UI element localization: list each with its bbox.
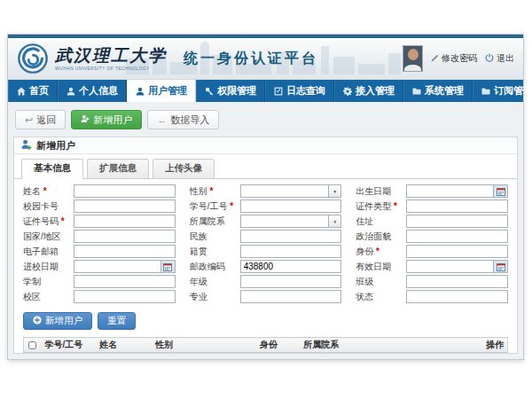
add-user-button[interactable]: 新增用户 [71, 110, 142, 129]
university-logo-icon [17, 43, 49, 74]
toolbar: ↩ 返回 新增用户 ← 数据导入 [13, 108, 518, 129]
calendar-icon[interactable] [493, 185, 507, 197]
nav-label: 接入管理 [356, 84, 395, 98]
import-arrow-icon: ← [157, 115, 167, 125]
logout-link[interactable]: 退出 [485, 52, 514, 65]
political-status-input[interactable] [406, 230, 508, 243]
platform-title: 统一身份认证平台 [184, 50, 318, 68]
ethnicity-input[interactable] [240, 230, 342, 243]
brand: 武汉理工大学 WUHAN UNIVERSITY OF TECHNOLOGY 统一… [17, 43, 318, 74]
person-plus-icon [21, 139, 32, 152]
nav-log-query[interactable]: 日志查询 [265, 80, 334, 102]
nav-personal-info[interactable]: 个人信息 [58, 80, 127, 102]
chevron-down-icon[interactable]: ▼ [328, 185, 340, 197]
class-field: 班级 [356, 274, 508, 289]
field-label: 状态 [356, 291, 406, 303]
calendar-icon[interactable] [493, 261, 507, 272]
submit-add-user-button[interactable]: 新增用户 [23, 312, 92, 330]
nav-system-management[interactable]: 系统管理 [403, 80, 473, 102]
form-actions: 新增用户 重置 [14, 307, 517, 333]
identity-input[interactable] [406, 245, 508, 258]
chevron-down-icon[interactable]: ▼ [328, 215, 340, 227]
gender-select[interactable]: ▼ [240, 184, 342, 198]
data-import-button[interactable]: ← 数据导入 [147, 110, 219, 129]
content-area: ↩ 返回 新增用户 ← 数据导入 新增用户 基本信息 扩展信息 上传头像 [8, 102, 523, 359]
add-user-panel: 新增用户 基本信息 扩展信息 上传头像 姓名 性别 ▼ 出生日期 [13, 137, 518, 354]
field-label: 学号/工号 [190, 200, 240, 213]
select-all-checkbox[interactable] [28, 341, 36, 349]
app-window: 武汉理工大学 WUHAN UNIVERSITY OF TECHNOLOGY 统一… [7, 34, 524, 360]
status-field: 状态 [356, 289, 508, 304]
back-button[interactable]: ↩ 返回 [15, 110, 66, 129]
grade-field: 年级 [190, 274, 342, 289]
page-header: 武汉理工大学 WUHAN UNIVERSITY OF TECHNOLOGY 统一… [8, 38, 523, 80]
tab-extended-info[interactable]: 扩展信息 [87, 159, 149, 179]
class-input[interactable] [406, 275, 508, 288]
id-type-field: 证件类型 [356, 199, 508, 214]
nav-label: 用户管理 [148, 84, 187, 98]
field-label: 邮政编码 [190, 261, 240, 273]
reset-label: 重置 [107, 315, 126, 327]
gear-icon [343, 87, 352, 96]
political-status-field: 政治面貌 [356, 229, 508, 244]
identity-field: 身份 [356, 244, 508, 259]
enrollment-date-field: 进校日期 [23, 259, 176, 274]
field-label: 证件号码 [23, 215, 74, 228]
nav-permission-management[interactable]: 权限管理 [196, 80, 265, 102]
nav-label: 权限管理 [217, 84, 256, 98]
users-icon [136, 87, 145, 96]
student-id-field: 学号/工号 [190, 199, 342, 214]
campus-card-input[interactable] [74, 200, 176, 213]
data-import-label: 数据导入 [170, 113, 209, 127]
key-icon [205, 87, 214, 96]
ethnicity-field: 民族 [190, 229, 342, 244]
status-input[interactable] [406, 290, 508, 303]
postal-code-field: 邮政编码 [190, 259, 342, 274]
field-label: 学制 [23, 276, 74, 288]
native-place-input[interactable] [240, 245, 342, 258]
user-icon [66, 87, 75, 96]
change-password-link[interactable]: 修改密码 [431, 52, 477, 65]
nav-access-management[interactable]: 接入管理 [334, 80, 403, 102]
add-user-icon [81, 114, 90, 125]
add-user-label: 新增用户 [93, 113, 132, 127]
name-input[interactable] [74, 184, 176, 198]
nav-subscription-management[interactable]: 订阅管理 [473, 80, 532, 102]
nav-home[interactable]: 首页 [8, 80, 58, 102]
email-input[interactable] [74, 245, 176, 258]
col-name: 姓名 [96, 338, 152, 353]
field-label: 专业 [190, 291, 240, 303]
major-input[interactable] [240, 290, 342, 303]
country-region-input[interactable] [74, 230, 176, 243]
campus-input[interactable] [74, 290, 176, 303]
table-header-row: 学号/工号 姓名 性别 身份 所属院系 操作 [24, 338, 508, 353]
col-identity: 身份 [256, 338, 300, 353]
campus-card-field: 校园卡号 [23, 199, 176, 214]
field-label: 校园卡号 [23, 200, 74, 213]
nav-label: 日志查询 [286, 84, 325, 98]
tab-upload-avatar[interactable]: 上传头像 [153, 159, 215, 179]
grade-input[interactable] [240, 275, 342, 288]
id-type-input[interactable] [406, 200, 508, 213]
nav-label: 系统管理 [425, 84, 464, 98]
department-select[interactable]: ▼ [240, 215, 342, 228]
tab-basic-info[interactable]: 基本信息 [21, 159, 83, 179]
student-id-input[interactable] [240, 200, 342, 213]
name-field: 姓名 [23, 184, 176, 199]
university-name: 武汉理工大学 WUHAN UNIVERSITY OF TECHNOLOGY [55, 47, 167, 71]
address-input[interactable] [406, 215, 508, 228]
field-label: 证件类型 [356, 200, 406, 213]
header-user-area: 修改密码 退出 [403, 38, 514, 79]
field-label: 所属院系 [190, 215, 240, 228]
postal-code-input[interactable] [240, 260, 342, 273]
gender-field: 性别 ▼ [190, 184, 342, 199]
university-name-en: WUHAN UNIVERSITY OF TECHNOLOGY [55, 66, 167, 71]
calendar-icon[interactable] [160, 261, 175, 272]
nav-user-management[interactable]: 用户管理 [127, 80, 196, 102]
schooling-length-input[interactable] [74, 275, 176, 288]
reset-button[interactable]: 重置 [98, 312, 136, 330]
field-label: 国家/地区 [23, 231, 74, 243]
field-label: 有效日期 [356, 261, 406, 273]
id-number-input[interactable] [74, 215, 176, 228]
birth-date-field: 出生日期 [356, 184, 508, 199]
